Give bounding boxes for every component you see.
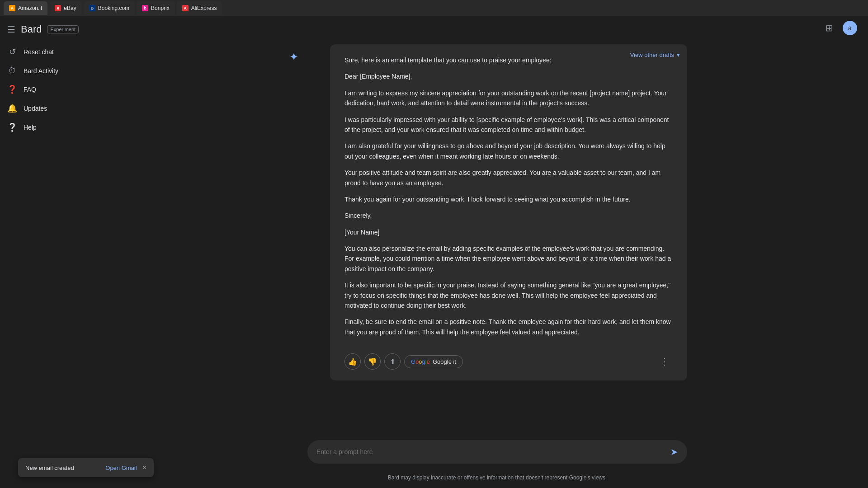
faq-icon: ❓ [7,84,17,94]
sidebar-item-bard-activity-label: Bard Activity [24,67,58,75]
sidebar-item-bard-activity[interactable]: ⏱ Bard Activity [0,61,121,80]
toast-message: New email created [25,465,100,471]
send-icon: ➤ [670,446,678,457]
tab-bonprix[interactable]: b Bonprix [137,1,175,15]
grid-icon[interactable]: ⊞ [821,20,837,36]
response-content: Sure, here is an email template that you… [344,55,673,337]
ebay-favicon: e [55,5,61,11]
prompt-input-container: ➤ [307,440,687,464]
response-paragraph2: I was particularly impressed with your a… [344,115,673,135]
tab-aliexpress[interactable]: A AliExpress [177,1,222,15]
bard-star-container: ✦ [289,51,298,63]
chevron-down-icon: ▾ [677,52,680,58]
hamburger-icon[interactable]: ☰ [7,24,15,35]
tab-booking-label: Booking.com [98,5,129,11]
sidebar-item-updates-label: Updates [24,105,47,112]
response-paragraph4: Your positive attitude and team spirit a… [344,168,673,188]
chat-area[interactable]: ✦ View other drafts ▾ Sure, here is an e… [127,40,868,433]
brand-name: Bard [21,23,42,35]
aliexpress-favicon: A [182,5,189,11]
response-paragraph5: Thank you again for your outstanding wor… [344,194,673,204]
booking-favicon: B [89,5,95,11]
send-button[interactable]: ➤ [670,446,678,457]
view-other-drafts-button[interactable]: View other drafts ▾ [630,52,680,58]
bonprix-favicon: b [142,5,148,11]
response-tip3: Finally, be sure to end the email on a p… [344,317,673,337]
bard-star-icon: ✦ [289,51,298,63]
response-greeting: Dear [Employee Name], [344,71,673,81]
close-icon: × [142,464,146,472]
open-gmail-button[interactable]: Open Gmail [105,465,137,471]
response-paragraph3: I am also grateful for your willingness … [344,141,673,161]
sidebar: ☰ Bard Experiment ↺ Reset chat ⏱ Bard Ac… [0,16,127,488]
tab-ebay-label: eBay [64,5,76,11]
reset-chat-icon: ↺ [7,47,17,57]
view-other-drafts-label: View other drafts [630,52,674,58]
sidebar-item-updates[interactable]: 🔔 Updates [0,99,121,118]
tab-amazon[interactable]: A Amazon.it [4,1,47,15]
sidebar-item-faq-label: FAQ [24,86,36,93]
sidebar-item-faq[interactable]: ❓ FAQ [0,80,121,99]
response-paragraph1: I am writing to express my sincere appre… [344,88,673,108]
sidebar-item-reset-chat[interactable]: ↺ Reset chat [0,42,121,61]
response-card: View other drafts ▾ Sure, here is an ema… [330,44,687,380]
response-tip2: It is also important to be specific in y… [344,280,673,310]
tab-amazon-label: Amazon.it [18,5,42,11]
response-wrapper: ✦ View other drafts ▾ Sure, here is an e… [307,40,687,388]
thumbs-up-button[interactable]: 👍 [344,353,361,370]
tab-aliexpress-label: AliExpress [191,5,217,11]
input-area: ➤ [127,433,868,471]
response-signature: [Your Name] [344,227,673,237]
sidebar-item-help-label: Help [24,124,37,131]
disclaimer: Bard may display inaccurate or offensive… [127,471,868,488]
more-options-button[interactable]: ⋮ [656,353,673,370]
tab-ebay[interactable]: e eBay [49,1,81,15]
amazon-favicon: A [9,5,15,11]
response-tip1: You can also personalize the email by ad… [344,244,673,274]
sidebar-item-help[interactable]: ❔ Help [0,118,121,137]
experiment-badge: Experiment [47,25,79,33]
tab-booking[interactable]: B Booking.com [84,1,135,15]
app-container: ☰ Bard Experiment ↺ Reset chat ⏱ Bard Ac… [0,16,868,488]
toast-close-button[interactable]: × [142,464,146,472]
main-content: ⊞ a ✦ View other drafts ▾ [127,16,868,488]
tab-bonprix-label: Bonprix [151,5,170,11]
google-logo-icon: Google [411,358,430,365]
help-icon: ❔ [7,122,17,132]
bard-activity-icon: ⏱ [7,66,17,75]
sidebar-header: ☰ Bard Experiment [0,20,127,39]
response-closing: Sincerely, [344,211,673,221]
export-button[interactable]: ⬆ [384,353,401,370]
browser-chrome: A Amazon.it e eBay B Booking.com b Bonpr… [0,0,868,16]
prompt-input[interactable] [316,448,665,455]
google-it-button[interactable]: Google Google it [404,355,463,368]
updates-icon: 🔔 [7,103,17,113]
toast-notification: New email created Open Gmail × [18,458,154,477]
google-it-label: Google it [433,358,456,365]
top-bar: ⊞ a [127,16,868,40]
top-bar-icons: ⊞ a [821,20,857,36]
sidebar-item-reset-chat-label: Reset chat [24,48,54,56]
action-buttons: 👍 👎 ⬆ Google Google it ⋮ [344,346,673,370]
response-intro: Sure, here is an email template that you… [344,55,673,65]
avatar[interactable]: a [843,21,857,35]
thumbs-down-button[interactable]: 👎 [364,353,381,370]
